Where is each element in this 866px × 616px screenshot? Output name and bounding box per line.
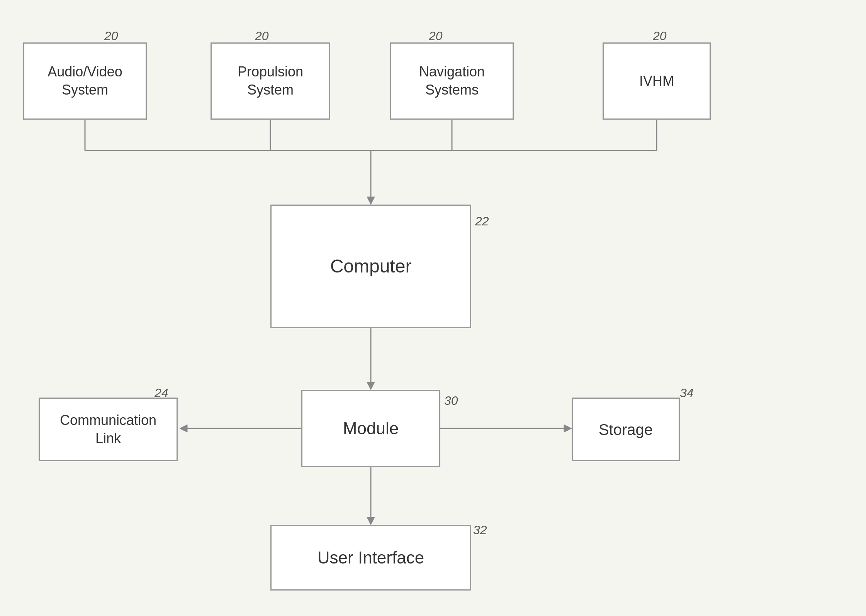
audio-video-label: Audio/Video System bbox=[24, 63, 146, 99]
navigation-ref: 20 bbox=[429, 29, 443, 43]
computer-ref: 22 bbox=[475, 214, 489, 228]
propulsion-ref: 20 bbox=[255, 29, 269, 43]
storage-label: Storage bbox=[599, 420, 653, 440]
storage-box: Storage bbox=[572, 398, 680, 461]
ivhm-ref: 20 bbox=[653, 29, 667, 43]
communication-link-box: CommunicationLink bbox=[39, 398, 178, 461]
svg-marker-8 bbox=[367, 382, 375, 390]
svg-marker-10 bbox=[180, 425, 187, 432]
computer-label: Computer bbox=[330, 254, 412, 278]
svg-marker-14 bbox=[367, 517, 375, 525]
user-interface-label: User Interface bbox=[318, 547, 424, 569]
user-interface-ref: 32 bbox=[473, 523, 487, 537]
svg-marker-6 bbox=[367, 197, 375, 205]
ivhm-box: IVHM bbox=[603, 42, 711, 120]
communication-link-label: CommunicationLink bbox=[60, 411, 156, 448]
module-box: Module bbox=[301, 390, 440, 467]
module-label: Module bbox=[343, 417, 399, 439]
module-ref: 30 bbox=[444, 394, 458, 408]
diagram-container: Audio/Video System 20 PropulsionSystem 2… bbox=[0, 0, 866, 616]
communication-link-ref: 24 bbox=[155, 386, 168, 400]
user-interface-box: User Interface bbox=[270, 525, 471, 591]
storage-ref: 34 bbox=[680, 386, 694, 400]
propulsion-label: PropulsionSystem bbox=[238, 63, 303, 99]
navigation-box: NavigationSystems bbox=[390, 42, 514, 120]
computer-box: Computer bbox=[270, 205, 471, 328]
audio-video-box: Audio/Video System bbox=[23, 42, 147, 120]
audio-video-ref: 20 bbox=[104, 29, 118, 43]
navigation-label: NavigationSystems bbox=[419, 63, 485, 99]
propulsion-box: PropulsionSystem bbox=[211, 42, 330, 120]
svg-marker-12 bbox=[564, 425, 572, 432]
ivhm-label: IVHM bbox=[639, 72, 674, 90]
